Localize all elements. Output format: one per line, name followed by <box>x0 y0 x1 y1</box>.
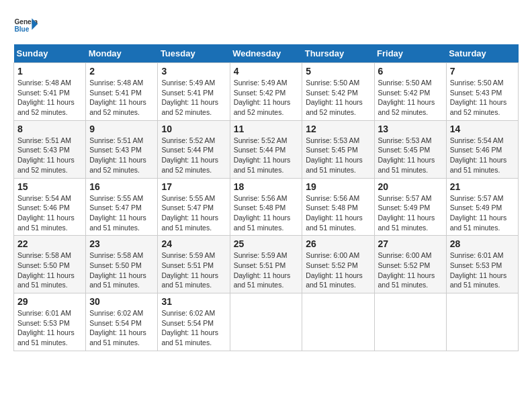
day-number: 6 <box>378 66 443 77</box>
day-info: Sunrise: 5:58 AM Sunset: 5:50 PM Dayligh… <box>89 250 154 290</box>
day-number: 4 <box>234 66 299 77</box>
day-number: 11 <box>234 124 299 134</box>
calendar-cell: 29 Sunrise: 6:01 AM Sunset: 5:53 PM Dayl… <box>14 293 86 351</box>
day-number: 31 <box>161 296 226 307</box>
day-info: Sunrise: 6:01 AM Sunset: 5:53 PM Dayligh… <box>17 308 82 348</box>
calendar-cell: 6 Sunrise: 5:50 AM Sunset: 5:42 PM Dayli… <box>374 63 446 121</box>
day-info: Sunrise: 5:56 AM Sunset: 5:48 PM Dayligh… <box>234 193 299 233</box>
day-info: Sunrise: 5:50 AM Sunset: 5:43 PM Dayligh… <box>450 78 515 118</box>
day-info: Sunrise: 5:51 AM Sunset: 5:43 PM Dayligh… <box>89 136 154 175</box>
weekday-header-cell: Thursday <box>302 44 374 63</box>
calendar-cell: 9 Sunrise: 5:51 AM Sunset: 5:43 PM Dayli… <box>86 120 158 178</box>
calendar-cell: 11 Sunrise: 5:52 AM Sunset: 5:44 PM Dayl… <box>230 120 302 178</box>
calendar-cell: 1 Sunrise: 5:48 AM Sunset: 5:41 PM Dayli… <box>14 63 86 121</box>
day-number: 17 <box>161 181 226 192</box>
day-info: Sunrise: 5:58 AM Sunset: 5:50 PM Dayligh… <box>17 250 82 290</box>
calendar-table: SundayMondayTuesdayWednesdayThursdayFrid… <box>13 44 519 351</box>
calendar-cell: 3 Sunrise: 5:49 AM Sunset: 5:41 PM Dayli… <box>158 63 230 121</box>
calendar-week-row: 1 Sunrise: 5:48 AM Sunset: 5:41 PM Dayli… <box>14 63 519 121</box>
calendar-week-row: 8 Sunrise: 5:51 AM Sunset: 5:43 PM Dayli… <box>14 120 519 178</box>
day-info: Sunrise: 5:48 AM Sunset: 5:41 PM Dayligh… <box>17 78 82 118</box>
calendar-cell: 18 Sunrise: 5:56 AM Sunset: 5:48 PM Dayl… <box>230 178 302 236</box>
day-info: Sunrise: 5:55 AM Sunset: 5:47 PM Dayligh… <box>161 193 226 233</box>
day-number: 29 <box>17 296 82 307</box>
calendar-cell: 28 Sunrise: 6:01 AM Sunset: 5:53 PM Dayl… <box>446 236 518 293</box>
calendar-cell: 4 Sunrise: 5:49 AM Sunset: 5:42 PM Dayli… <box>230 63 302 121</box>
calendar-cell <box>374 293 446 351</box>
day-info: Sunrise: 5:49 AM Sunset: 5:42 PM Dayligh… <box>234 78 299 118</box>
day-number: 10 <box>161 124 226 134</box>
calendar-cell: 7 Sunrise: 5:50 AM Sunset: 5:43 PM Dayli… <box>446 63 518 121</box>
weekday-header-cell: Saturday <box>446 44 518 63</box>
calendar-cell <box>302 293 374 351</box>
day-number: 30 <box>89 296 154 307</box>
calendar-cell: 10 Sunrise: 5:52 AM Sunset: 5:44 PM Dayl… <box>158 120 230 178</box>
calendar-cell <box>446 293 518 351</box>
calendar-week-row: 22 Sunrise: 5:58 AM Sunset: 5:50 PM Dayl… <box>14 236 519 293</box>
logo: General Blue <box>13 13 38 38</box>
day-info: Sunrise: 5:55 AM Sunset: 5:47 PM Dayligh… <box>89 193 154 233</box>
calendar-cell: 26 Sunrise: 6:00 AM Sunset: 5:52 PM Dayl… <box>302 236 374 293</box>
calendar-cell: 16 Sunrise: 5:55 AM Sunset: 5:47 PM Dayl… <box>86 178 158 236</box>
day-number: 16 <box>89 181 154 192</box>
day-info: Sunrise: 5:59 AM Sunset: 5:51 PM Dayligh… <box>161 250 226 290</box>
day-info: Sunrise: 5:57 AM Sunset: 5:49 PM Dayligh… <box>378 193 443 233</box>
day-info: Sunrise: 5:52 AM Sunset: 5:44 PM Dayligh… <box>234 136 299 175</box>
day-number: 25 <box>234 238 299 249</box>
calendar-cell: 30 Sunrise: 6:02 AM Sunset: 5:54 PM Dayl… <box>86 293 158 351</box>
weekday-header-row: SundayMondayTuesdayWednesdayThursdayFrid… <box>14 44 519 63</box>
calendar-cell: 25 Sunrise: 5:59 AM Sunset: 5:51 PM Dayl… <box>230 236 302 293</box>
day-number: 14 <box>450 124 515 134</box>
logo-icon: General Blue <box>13 13 38 38</box>
day-number: 19 <box>306 181 370 192</box>
day-info: Sunrise: 5:53 AM Sunset: 5:45 PM Dayligh… <box>378 136 443 175</box>
calendar-cell: 17 Sunrise: 5:55 AM Sunset: 5:47 PM Dayl… <box>158 178 230 236</box>
day-info: Sunrise: 5:54 AM Sunset: 5:46 PM Dayligh… <box>17 193 82 233</box>
calendar-cell: 31 Sunrise: 6:02 AM Sunset: 5:54 PM Dayl… <box>158 293 230 351</box>
day-number: 28 <box>450 238 515 249</box>
day-info: Sunrise: 5:51 AM Sunset: 5:43 PM Dayligh… <box>17 136 82 175</box>
day-number: 2 <box>89 66 154 77</box>
day-number: 1 <box>17 66 82 77</box>
day-info: Sunrise: 6:00 AM Sunset: 5:52 PM Dayligh… <box>306 250 370 290</box>
day-number: 18 <box>234 181 299 192</box>
day-number: 26 <box>306 238 370 249</box>
calendar-cell: 27 Sunrise: 6:00 AM Sunset: 5:52 PM Dayl… <box>374 236 446 293</box>
day-info: Sunrise: 6:02 AM Sunset: 5:54 PM Dayligh… <box>161 308 226 348</box>
day-info: Sunrise: 5:53 AM Sunset: 5:45 PM Dayligh… <box>306 136 370 175</box>
day-number: 13 <box>378 124 443 134</box>
day-number: 27 <box>378 238 443 249</box>
day-number: 9 <box>89 124 154 134</box>
day-number: 22 <box>17 238 82 249</box>
day-info: Sunrise: 6:01 AM Sunset: 5:53 PM Dayligh… <box>450 250 515 290</box>
calendar-cell <box>230 293 302 351</box>
day-number: 23 <box>89 238 154 249</box>
day-info: Sunrise: 5:49 AM Sunset: 5:41 PM Dayligh… <box>161 78 226 118</box>
day-number: 5 <box>306 66 370 77</box>
day-info: Sunrise: 5:48 AM Sunset: 5:41 PM Dayligh… <box>89 78 154 118</box>
day-number: 20 <box>378 181 443 192</box>
calendar-cell: 19 Sunrise: 5:56 AM Sunset: 5:48 PM Dayl… <box>302 178 374 236</box>
calendar-week-row: 15 Sunrise: 5:54 AM Sunset: 5:46 PM Dayl… <box>14 178 519 236</box>
day-info: Sunrise: 6:00 AM Sunset: 5:52 PM Dayligh… <box>378 250 443 290</box>
calendar-cell: 15 Sunrise: 5:54 AM Sunset: 5:46 PM Dayl… <box>14 178 86 236</box>
calendar-cell: 20 Sunrise: 5:57 AM Sunset: 5:49 PM Dayl… <box>374 178 446 236</box>
day-info: Sunrise: 5:56 AM Sunset: 5:48 PM Dayligh… <box>306 193 370 233</box>
day-number: 12 <box>306 124 370 134</box>
day-number: 7 <box>450 66 515 77</box>
day-number: 15 <box>17 181 82 192</box>
day-info: Sunrise: 6:02 AM Sunset: 5:54 PM Dayligh… <box>89 308 154 348</box>
calendar-cell: 2 Sunrise: 5:48 AM Sunset: 5:41 PM Dayli… <box>86 63 158 121</box>
calendar-cell: 22 Sunrise: 5:58 AM Sunset: 5:50 PM Dayl… <box>14 236 86 293</box>
day-number: 21 <box>450 181 515 192</box>
calendar-cell: 8 Sunrise: 5:51 AM Sunset: 5:43 PM Dayli… <box>14 120 86 178</box>
calendar-cell: 24 Sunrise: 5:59 AM Sunset: 5:51 PM Dayl… <box>158 236 230 293</box>
day-number: 24 <box>161 238 226 249</box>
calendar-cell: 12 Sunrise: 5:53 AM Sunset: 5:45 PM Dayl… <box>302 120 374 178</box>
calendar-week-row: 29 Sunrise: 6:01 AM Sunset: 5:53 PM Dayl… <box>14 293 519 351</box>
day-number: 8 <box>17 124 82 134</box>
weekday-header-cell: Wednesday <box>230 44 302 63</box>
day-info: Sunrise: 5:50 AM Sunset: 5:42 PM Dayligh… <box>306 78 370 118</box>
weekday-header-cell: Monday <box>86 44 158 63</box>
day-info: Sunrise: 5:57 AM Sunset: 5:49 PM Dayligh… <box>450 193 515 233</box>
